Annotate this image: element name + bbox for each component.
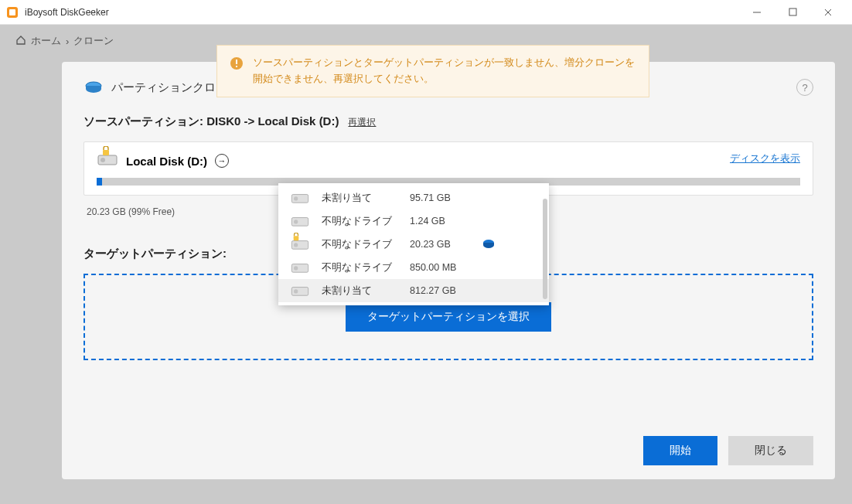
close-button[interactable] [810, 0, 846, 25]
footer-buttons: 開始 閉じる [643, 436, 813, 465]
disk-name: Local Disk (D:) [126, 155, 207, 168]
close-panel-button[interactable]: 閉じる [728, 436, 813, 465]
maximize-button[interactable] [775, 0, 810, 25]
arrow-right-icon[interactable]: → [215, 154, 229, 168]
selected-icon [482, 238, 495, 250]
svg-point-19 [294, 243, 298, 247]
start-button[interactable]: 開始 [643, 436, 717, 465]
app-title: iBoysoft DiskGeeker [25, 7, 739, 18]
dropdown-scrollbar[interactable] [543, 199, 547, 299]
usage-bar-fill [97, 178, 102, 186]
home-icon[interactable] [15, 35, 26, 48]
dropdown-item-label: 未割り当て [322, 284, 399, 298]
breadcrumb-home[interactable]: ホーム [31, 34, 61, 48]
dropdown-item-size: 1.24 GB [410, 216, 472, 226]
dropdown-item[interactable]: 不明なドライブ20.23 GB [278, 233, 549, 256]
dropdown-item-size: 850.00 MB [410, 262, 472, 273]
titlebar: iBoysoft DiskGeeker [0, 0, 852, 25]
breadcrumb: ホーム › クローン [15, 34, 114, 48]
dropdown-item-label: 不明なドライブ [322, 238, 399, 251]
disk-icon [83, 77, 104, 97]
dropdown-item-label: 不明なドライブ [322, 215, 399, 228]
dropdown-item[interactable]: 未割り当て812.27 GB [278, 279, 549, 302]
dropdown-item-label: 不明なドライブ [322, 261, 399, 274]
svg-rect-13 [236, 66, 237, 67]
hdd-icon [289, 261, 311, 274]
hdd-icon [289, 237, 311, 251]
app-icon [6, 6, 19, 19]
dropdown-item[interactable]: 未割り当て95.71 GB [278, 186, 549, 209]
breadcrumb-sep: › [66, 36, 69, 47]
svg-point-25 [294, 289, 298, 293]
svg-rect-20 [294, 236, 299, 240]
svg-rect-3 [789, 9, 796, 15]
partition-dropdown[interactable]: 未割り当て95.71 GB不明なドライブ1.24 GB不明なドライブ20.23 … [278, 183, 549, 305]
warning-toast: ソースパーティションとターゲットパーティションが一致しません、増分クローンを開始… [216, 45, 649, 97]
svg-rect-1 [9, 9, 15, 15]
help-icon[interactable]: ? [796, 79, 813, 96]
breadcrumb-page: クローン [73, 34, 114, 48]
svg-point-17 [294, 220, 298, 223]
source-label: ソースパーティション: DISK0 -> Local Disk (D:) [83, 114, 339, 129]
hdd-icon [289, 191, 311, 205]
dropdown-item-label: 未割り当て [322, 192, 399, 205]
hdd-icon [289, 284, 311, 298]
show-disk-link[interactable]: ディスクを表示 [730, 152, 800, 165]
dropdown-item[interactable]: 不明なドライブ850.00 MB [278, 256, 549, 279]
svg-rect-10 [103, 150, 109, 155]
reselect-link[interactable]: 再選択 [348, 116, 376, 129]
warning-icon [230, 56, 244, 70]
dropdown-item-size: 95.71 GB [410, 192, 472, 203]
target-label: ターゲットパーティション: [83, 247, 227, 261]
dropdown-item-size: 20.23 GB [410, 239, 472, 250]
toast-message: ソースパーティションとターゲットパーティションが一致しません、増分クローンを開始… [253, 55, 636, 87]
svg-point-15 [294, 196, 298, 200]
hdd-icon [97, 152, 118, 170]
svg-point-23 [294, 266, 298, 270]
hdd-icon [289, 214, 311, 228]
dropdown-item[interactable]: 不明なドライブ1.24 GB [278, 209, 549, 233]
dropdown-item-size: 812.27 GB [410, 285, 472, 296]
svg-point-9 [101, 158, 105, 162]
svg-rect-12 [236, 60, 237, 64]
minimize-button[interactable] [739, 0, 775, 25]
select-target-button[interactable]: ターゲットパーティションを選択 [346, 302, 551, 332]
source-section-title: ソースパーティション: DISK0 -> Local Disk (D:) 再選択 [83, 114, 813, 129]
